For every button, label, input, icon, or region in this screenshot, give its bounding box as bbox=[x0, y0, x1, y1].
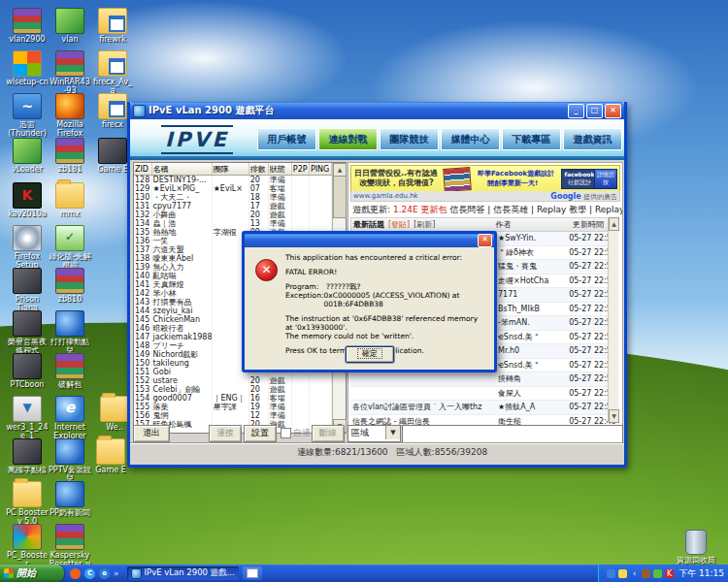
desktop-icon-迅雷-thunder-[interactable]: ~迅雷(Thunder) bbox=[6, 93, 49, 138]
desktop-icon-pc-booster-v-5-0[interactable]: PC Booster v 5.0 bbox=[6, 481, 49, 526]
desktop-icon-mozilla-firefox[interactable]: Mozilla Firefox bbox=[49, 93, 91, 138]
display-icon[interactable] bbox=[607, 569, 615, 578]
checkbox-box[interactable] bbox=[281, 428, 291, 438]
close-button[interactable]: ✕ bbox=[605, 104, 621, 118]
ok-button[interactable]: 確定 bbox=[346, 346, 394, 363]
topics-scrollbar[interactable]: ▲ ▼ bbox=[608, 217, 618, 423]
player-row[interactable]: 134蟲｜浩13準備 bbox=[134, 219, 332, 228]
region-dropdown[interactable]: 區域 ▼ bbox=[347, 425, 401, 442]
desktop-icon-wlsetup-cn[interactable]: wlsetup-cn bbox=[6, 50, 49, 86]
desktop-icon-winrar43-93[interactable]: WinRAR43-93 bbox=[49, 50, 91, 95]
desktop-icon-wer3-1-24e-1[interactable]: ▼wer3_1_24e_1 bbox=[6, 396, 49, 440]
desktop-icon-internet-explorer[interactable]: eInternet Explorer bbox=[49, 396, 91, 440]
disconnect-button[interactable]: 斷線 bbox=[312, 425, 345, 442]
update-package-link[interactable]: 1.24E 更新包 bbox=[393, 205, 447, 214]
desktop-icon-vlan2900[interactable]: vlan2900 bbox=[6, 8, 49, 44]
chevron-down-icon[interactable]: ▼ bbox=[385, 426, 400, 439]
tab-遊戲資訊[interactable]: 遊戲資訊 bbox=[563, 128, 622, 150]
desktop-icon-綠化版-免解壓縮[interactable]: ✓綠化版-免解壓縮 bbox=[49, 225, 91, 270]
player-row[interactable]: 153Celebi」劍輸20遊戲 bbox=[134, 385, 332, 394]
chevron-right-icon[interactable]: » bbox=[114, 568, 119, 578]
desktop-icon-zb810[interactable]: zb810 bbox=[49, 268, 91, 304]
update-links[interactable]: 信長問答 | 信長英雄 | Replay 教學 | Replay 舉報 bbox=[449, 205, 623, 214]
tab-媒體中心[interactable]: 媒體中心 bbox=[441, 128, 500, 150]
player-row[interactable]: 130・大天二・18準備 bbox=[134, 193, 332, 202]
column-header-P2P[interactable]: P2P bbox=[291, 163, 309, 176]
desktop-icon-pptv套裝靚兒[interactable]: PPTV套裝靚兒 bbox=[49, 438, 91, 483]
topic-title[interactable]: 各位vlan討論區管理員｀入一入嚟thz bbox=[350, 402, 498, 412]
desktop-icon-game-e[interactable]: Game E bbox=[89, 438, 132, 474]
post-link[interactable]: [發貼] bbox=[388, 219, 410, 230]
recycle-bin-icon[interactable]: 資源回收筒 bbox=[668, 530, 724, 566]
desktop-icon-vlan[interactable]: vlan bbox=[49, 8, 91, 44]
desktop-icon-kav2010a[interactable]: Kkav2010a bbox=[6, 182, 49, 218]
task-button[interactable] bbox=[243, 566, 262, 580]
dialog-titlebar[interactable]: ✕ bbox=[245, 234, 494, 247]
ie-icon[interactable]: e bbox=[99, 568, 110, 579]
player-table-header[interactable]: ZID名稱團隊排數狀態P2PPING bbox=[134, 163, 332, 176]
desktop-icon-pp奶有新聞[interactable]: PP奶有新聞 bbox=[49, 481, 91, 517]
ad-banner[interactable]: 日日營營役役..有冇諗過 改變現狀，自我增值? 即學Facebook遊戲設計 開… bbox=[350, 165, 620, 192]
notes-icon[interactable] bbox=[618, 569, 627, 578]
settings-button[interactable]: 設置 bbox=[244, 425, 277, 442]
desktop-icon-firecx-av-a[interactable]: firecx_Av_a bbox=[91, 50, 134, 95]
column-header-排數[interactable]: 排數 bbox=[248, 163, 268, 176]
player-cell: 145 bbox=[134, 315, 151, 324]
player-row[interactable]: 128DESTINY19-...20準備 bbox=[134, 176, 332, 185]
player-row[interactable]: 131cpyu717717遊戲 bbox=[134, 202, 332, 210]
dialog-close-button[interactable]: ✕ bbox=[478, 234, 492, 247]
connect-button[interactable]: 連接 bbox=[209, 425, 242, 442]
desktop-icon-mmx[interactable]: mmx bbox=[49, 182, 91, 218]
maximize-button[interactable]: □ bbox=[586, 104, 603, 118]
region-search-input[interactable] bbox=[402, 425, 623, 444]
desktop-icon-ptcboon[interactable]: PTCboon bbox=[6, 353, 49, 389]
player-row[interactable]: 129★EviL×PIG_★EviL×07客場 bbox=[134, 184, 332, 193]
column-header-團隊[interactable]: 團隊 bbox=[212, 163, 248, 176]
header-stripe bbox=[130, 156, 624, 160]
window-titlebar[interactable]: IPvE vLan 2900 遊戲平台 _ □ ✕ bbox=[130, 102, 624, 119]
tab-下載專區[interactable]: 下載專區 bbox=[502, 128, 561, 150]
topic-row[interactable]: 食屎人05-27 22:51 bbox=[350, 387, 618, 402]
ad-details-button[interactable]: 詳情請按 bbox=[594, 169, 617, 189]
topic-row[interactable]: 各位vlan討論區管理員｀入一入嚟thz★揸軚A_A05-27 22:50 bbox=[350, 401, 618, 415]
messenger-icon[interactable]: C bbox=[84, 568, 95, 579]
player-row[interactable]: 155落葉星宇課19準備 bbox=[134, 403, 332, 411]
auto-connect-checkbox[interactable]: 自連 bbox=[281, 427, 311, 439]
desktop-icon-pc-booster[interactable]: PC_Booster bbox=[6, 524, 49, 568]
player-row[interactable]: 152ustare20遊戲 bbox=[134, 376, 332, 385]
chevron-left-icon[interactable]: ‹ bbox=[630, 569, 639, 578]
scroll-down-icon[interactable]: ▼ bbox=[609, 409, 619, 423]
exit-button[interactable]: 退出 bbox=[133, 425, 170, 442]
tab-用戶帳號[interactable]: 用戶帳號 bbox=[257, 128, 316, 150]
tab-團隊競技[interactable]: 團隊競技 bbox=[380, 128, 439, 150]
minimize-button[interactable]: _ bbox=[568, 104, 584, 118]
desktop-icon-破解包[interactable]: 破解包 bbox=[49, 353, 91, 389]
tab-連線對戰[interactable]: 連線對戰 bbox=[318, 128, 378, 150]
start-button[interactable]: 開始 bbox=[0, 565, 64, 582]
firefox-icon[interactable] bbox=[70, 568, 81, 579]
player-row[interactable]: 156鬼惘12準備 bbox=[134, 411, 332, 420]
column-header-名稱[interactable]: 名稱 bbox=[151, 163, 212, 176]
task-button[interactable]: IPvE vLan 2900 遊戲... bbox=[127, 566, 239, 580]
player-row[interactable]: 154good0007｜ENG｜16客場 bbox=[134, 394, 332, 403]
topic-row[interactable]: 摸轉角05-27 22:52 bbox=[350, 372, 618, 387]
player-row[interactable]: 132小舞曲20遊戲 bbox=[134, 210, 332, 219]
desktop-icon-vloader[interactable]: vLoader bbox=[6, 138, 49, 174]
desktop-icon-萬國字點檔[interactable]: 萬國字點檔 bbox=[6, 438, 49, 474]
scroll-up-icon[interactable]: ▲ bbox=[609, 217, 619, 231]
column-header-ZID[interactable]: ZID bbox=[134, 163, 151, 176]
desktop-icon-prison-tiana[interactable]: Prison Tiana bbox=[6, 268, 49, 312]
desktop-icon-打打律動點兒[interactable]: 打打律動點兒 bbox=[49, 310, 91, 355]
messenger-tray-icon[interactable] bbox=[642, 569, 650, 578]
scroll-thumb[interactable] bbox=[333, 176, 347, 218]
desktop-icon-zb181[interactable]: zb181 bbox=[49, 138, 91, 174]
desktop-icon-firewrk[interactable]: firewrk bbox=[91, 8, 134, 44]
energy-icon[interactable] bbox=[653, 569, 662, 578]
column-header-PING[interactable]: PING bbox=[309, 163, 331, 176]
kaspersky-icon[interactable]: K bbox=[665, 569, 674, 578]
desktop-icon-榮譽官黑夜條程式[interactable]: 榮譽官黑夜條程式 bbox=[6, 310, 49, 355]
refresh-link[interactable]: [刷新] bbox=[414, 219, 435, 230]
column-header-狀態[interactable]: 狀態 bbox=[268, 163, 291, 176]
scroll-up-icon[interactable]: ▲ bbox=[333, 163, 347, 177]
ad-url[interactable]: www.gamla.edu.hk bbox=[353, 192, 418, 200]
